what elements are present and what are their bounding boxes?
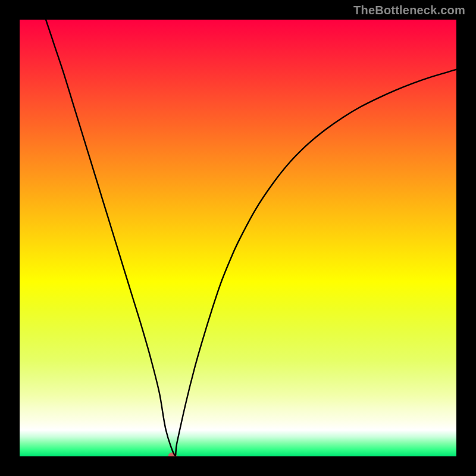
curve-svg bbox=[20, 20, 456, 456]
bottleneck-curve bbox=[46, 20, 456, 456]
chart-frame: TheBottleneck.com bbox=[0, 0, 476, 476]
watermark-text: TheBottleneck.com bbox=[353, 4, 465, 17]
plot-area bbox=[20, 20, 456, 456]
